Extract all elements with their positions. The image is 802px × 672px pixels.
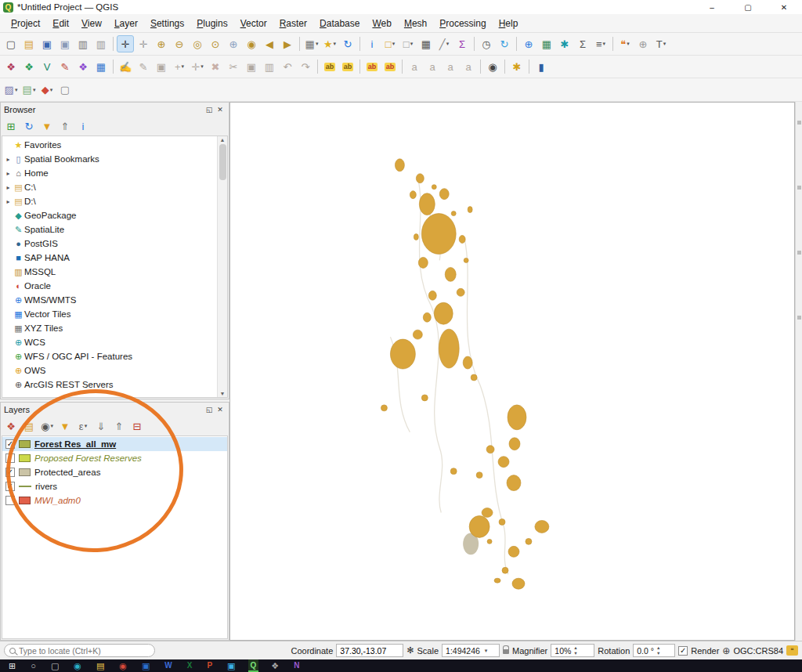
spatial-bookmarks-icon[interactable]: ★▾ [321,35,338,52]
pan-map-icon[interactable]: ✛ [117,35,134,52]
add-group-icon[interactable]: ▤ [21,418,37,434]
open-layer-styling-icon[interactable]: ❖ [3,418,19,434]
text-annotation-icon[interactable]: T▾ [652,35,670,52]
browser-item-vector-tiles[interactable]: ▦Vector Tiles [4,307,215,321]
menu-view[interactable]: View [75,16,108,31]
identify-features-icon[interactable]: i [363,35,381,52]
magnifier-spinner[interactable]: 10% ▲▼ [551,644,594,657]
temporal-controller-icon[interactable]: ◷ [478,35,495,52]
layer-item-rivers[interactable]: ✓rivers [2,479,227,493]
minimize-button[interactable]: – [694,0,730,14]
browser-item-spatialite[interactable]: ✎SpatiaLite [4,222,215,237]
locate-input[interactable] [19,646,150,656]
filter-browser-icon[interactable]: ▼ [39,118,55,134]
layer-checkbox[interactable] [5,453,15,463]
copy-features-icon[interactable]: ▣ [243,58,260,75]
filter-by-expression-icon[interactable]: ε▾ [75,418,91,434]
show-hidden-labels-icon[interactable]: ab [381,58,399,75]
browser-item-home[interactable]: ▸⌂Home [4,166,215,180]
menu-help[interactable]: Help [493,16,525,31]
current-edits-icon[interactable]: ✍ [117,58,134,75]
save-layer-edits-icon[interactable]: ▣ [153,58,170,75]
expand-arrow-icon[interactable]: ▸ [4,170,13,177]
layer-checkbox[interactable]: ✓ [5,468,15,477]
coordinate-capture-icon[interactable]: ✻ [406,645,414,656]
layer-checkbox[interactable]: ✓ [5,482,15,491]
new-spatialite-layer-icon[interactable]: ✎ [56,58,74,75]
expand-arrow-icon[interactable]: ▸ [4,184,13,191]
redo-icon[interactable]: ↷ [297,58,314,75]
show-layout-manager-icon[interactable]: ▥ [92,35,110,52]
crs-status[interactable]: OGC:CRS84 [733,646,783,656]
expand-arrow-icon[interactable]: ▸ [4,156,13,163]
new-shapefile-layer-icon[interactable]: V [38,58,56,75]
annotation-style-icon[interactable]: ▤▾ [20,81,38,99]
new-project-icon[interactable]: ▢ [2,35,20,52]
locator-search-icon[interactable]: ⊕ [520,35,537,52]
manage-map-themes-icon[interactable]: ◉▾ [39,418,55,434]
menu-project[interactable]: Project [5,16,46,31]
browser-item-favorites[interactable]: ★Favorites [4,138,215,152]
rotation-spinner[interactable]: 0.0 ° ▲▼ [633,644,675,657]
refresh-map-icon[interactable]: ↻ [339,35,356,52]
browser-item-mssql[interactable]: ▥MSSQL [4,265,215,279]
browser-item-geopackage[interactable]: ◆GeoPackage [4,208,215,222]
move-annotation-tool-icon[interactable]: ▢ [56,81,74,99]
layer-checkbox[interactable]: ✓ [5,439,15,449]
collapse-all-icon[interactable]: ⇑ [111,418,127,434]
layer-item-protected-areas[interactable]: ✓Protected_areas [2,465,227,479]
menu-vector[interactable]: Vector [234,16,273,31]
spinner-icons[interactable]: ▲▼ [656,645,660,655]
layer-item-mwi-adm0[interactable]: MWI_adm0 [2,493,227,508]
browser-item-wcs[interactable]: ⊕WCS [4,335,215,349]
menu-mesh[interactable]: Mesh [398,16,433,31]
browser-item-c[interactable]: ▸▤C:\ [4,180,215,194]
measure-icon[interactable]: ╱▾ [435,35,453,52]
taskbar-mail-icon[interactable]: ▣ [139,659,152,672]
zoom-to-selection-icon[interactable]: ⊕ [225,35,242,52]
rotate-label-icon[interactable]: a [424,58,441,75]
metasearch-icon[interactable]: ✱ [508,58,526,75]
browser-item-oracle[interactable]: ◐Oracle [4,279,215,293]
coordinate-input[interactable] [336,644,403,657]
browser-item-sap-hana[interactable]: ■SAP HANA [4,251,215,265]
filter-legend-icon[interactable]: ▼ [57,418,73,434]
scale-combo[interactable]: 1:494246 ▾ [442,644,500,657]
save-project-as-icon[interactable]: ▣ [56,35,74,52]
menu-web[interactable]: Web [366,16,397,31]
float-panel-icon[interactable]: ◱ [204,106,215,114]
taskbar-photos-icon[interactable]: ▣ [225,659,237,672]
locator-bar[interactable] [4,644,155,657]
layer-labeling-icon[interactable]: ab [321,58,338,75]
layer-checkbox[interactable] [5,496,15,505]
data-source-manager-icon[interactable]: ❖ [2,58,20,75]
map-tips-icon[interactable]: ◉ [484,58,501,75]
properties-widget-icon[interactable]: i [75,118,91,134]
close-panel-icon[interactable]: ✕ [215,406,226,414]
select-features-icon[interactable]: □▾ [381,35,399,52]
scroll-down-icon[interactable]: ▼ [220,391,226,396]
browser-item-postgis[interactable]: ●PostGIS [4,237,215,251]
browser-item-arcgis-rest-servers[interactable]: ⊕ArcGIS REST Servers [4,378,215,392]
add-feature-icon[interactable]: +▾ [171,58,188,75]
new-mesh-layer-icon[interactable]: ▦ [92,58,110,75]
spinner-icons[interactable]: ▲▼ [573,645,577,655]
menu-raster[interactable]: Raster [273,16,313,31]
zoom-full-icon[interactable]: ◎ [189,35,206,52]
taskbar-edge-icon[interactable]: ◉ [71,659,84,672]
processing-toolbox-icon[interactable]: ✱ [556,35,573,52]
zoom-next-icon[interactable]: ▶ [279,35,296,52]
open-project-icon[interactable]: ▤ [20,35,38,52]
zoom-out-icon[interactable]: ⊖ [171,35,188,52]
pin-labels-icon[interactable]: ab [363,58,381,75]
menu-layer[interactable]: Layer [108,16,144,31]
pan-to-selection-icon[interactable]: ✛ [135,35,152,52]
scroll-up-icon[interactable]: ▲ [220,137,226,143]
save-project-icon[interactable]: ▣ [38,35,56,52]
messages-icon[interactable]: ❝ [786,645,798,656]
browser-item-xyz-tiles[interactable]: ▦XYZ Tiles [4,321,215,335]
menu-settings[interactable]: Settings [144,16,190,31]
layer-item-forest-res-all-mw[interactable]: ✓Forest Res_all_mw [2,437,227,451]
marker-annotation-icon[interactable]: ◆▾ [38,81,56,99]
taskbar-task-view-icon[interactable]: ▢ [49,659,61,672]
